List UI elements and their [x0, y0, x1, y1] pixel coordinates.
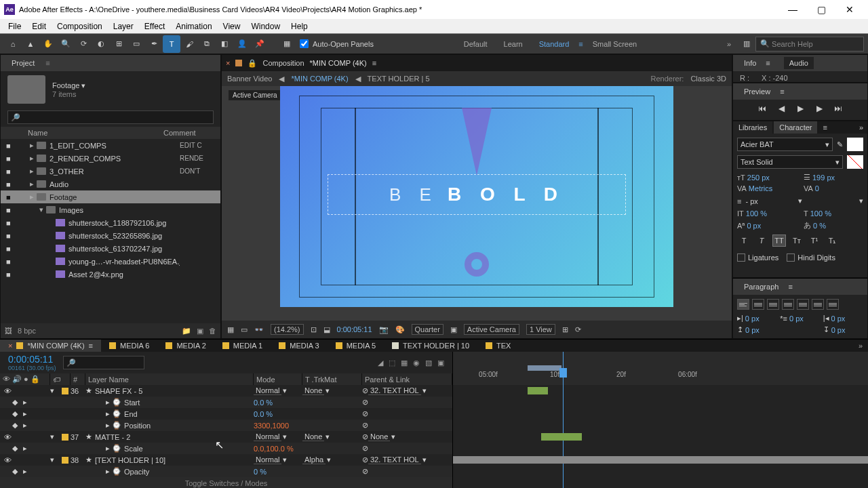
font-size-value[interactable]: 250 px: [747, 174, 770, 182]
bold-button[interactable]: T: [737, 235, 751, 247]
indent-first-value[interactable]: 0 px: [789, 314, 804, 323]
layer-bar[interactable]: [453, 456, 868, 464]
timeline-tab[interactable]: TEXT HOLDER | 10: [384, 340, 477, 352]
views-dropdown[interactable]: 1 View: [526, 324, 555, 335]
new-folder-icon[interactable]: 📁: [182, 327, 191, 336]
project-item[interactable]: ■Asset 2@4x.png: [1, 268, 220, 281]
mask-icon[interactable]: 👓: [254, 325, 264, 334]
kerning-value[interactable]: Metrics: [749, 184, 772, 192]
panel-menu-icon[interactable]: ≡: [818, 121, 831, 134]
rect-tool[interactable]: ▭: [127, 35, 145, 53]
align-left-button[interactable]: [737, 299, 749, 310]
workspace-default[interactable]: Default: [457, 40, 494, 48]
shy-icon[interactable]: ◢: [378, 359, 383, 367]
justify-all-button[interactable]: [827, 299, 839, 310]
camera-dropdown[interactable]: Active Camera: [464, 324, 519, 335]
prev-frame-button[interactable]: ◀: [775, 104, 787, 113]
workspace-small-screen[interactable]: Small Screen: [586, 40, 644, 48]
zoom-dropdown[interactable]: (14.2%): [271, 324, 304, 335]
project-item[interactable]: ■▸3_OTHERDON'T: [1, 165, 220, 178]
clone-tool[interactable]: ⧉: [198, 35, 216, 53]
col-name[interactable]: Name: [28, 129, 163, 137]
font-style-dropdown[interactable]: Text Solid▾: [737, 155, 843, 169]
property-row[interactable]: ◆▸▸ ⌚ End0.0 %⊘: [0, 408, 452, 420]
timeline-tab[interactable]: × *MIN COMP (4K) ≡: [0, 340, 101, 352]
panel-menu-icon[interactable]: ≡: [45, 59, 50, 67]
indent-left-value[interactable]: 0 px: [745, 314, 760, 323]
timeline-tab[interactable]: MEDIA 6: [101, 340, 157, 352]
align-center-button[interactable]: [752, 299, 764, 310]
timeline-tab[interactable]: MEDIA 1: [214, 340, 271, 352]
col-comment[interactable]: Comment: [163, 129, 211, 137]
timeline-search-input[interactable]: 🔎: [63, 356, 144, 369]
toggle-switches-button[interactable]: Toggle Switches / Modes: [185, 479, 268, 487]
stroke-width-value[interactable]: - px: [745, 197, 794, 205]
play-button[interactable]: ▶: [794, 104, 806, 113]
puppet-tool[interactable]: 📌: [251, 35, 269, 53]
pen-tool[interactable]: ✒: [145, 35, 163, 53]
menu-layer[interactable]: Layer: [108, 19, 139, 33]
bpc-toggle[interactable]: 8 bpc: [18, 327, 36, 335]
expand-icon[interactable]: »: [855, 121, 867, 134]
col-parent[interactable]: Parent & Link: [362, 373, 452, 385]
menu-composition[interactable]: Composition: [52, 19, 108, 33]
justify-last-right-button[interactable]: [812, 299, 824, 310]
channel-icon[interactable]: ▭: [241, 325, 248, 334]
resolution-icon[interactable]: ⊡: [311, 325, 317, 334]
search-help-input[interactable]: 🔍 Search Help: [755, 37, 864, 52]
project-item[interactable]: ■shutterstock_613702247.jpg: [1, 242, 220, 255]
grid-icon[interactable]: ⊞: [562, 325, 568, 334]
panel-toggle-icon[interactable]: ▦: [278, 35, 296, 53]
menu-view[interactable]: View: [218, 19, 246, 33]
roi-icon[interactable]: ⬓: [323, 325, 330, 334]
space-after-value[interactable]: 0 px: [831, 326, 846, 334]
paragraph-tab[interactable]: Paragraph: [738, 281, 784, 293]
col-mode[interactable]: Mode: [254, 373, 302, 385]
renderer-dropdown[interactable]: Classic 3D: [690, 75, 726, 83]
timeline-tab[interactable]: MEDIA 2: [157, 340, 214, 352]
smallcaps-button[interactable]: Tт: [790, 235, 804, 247]
auto-open-checkbox[interactable]: [300, 39, 309, 48]
eraser-tool[interactable]: ◧: [216, 35, 233, 53]
panel-menu-icon[interactable]: ≡: [780, 87, 784, 96]
snapshot-icon[interactable]: 📷: [379, 325, 389, 334]
project-item[interactable]: ■▸Audio: [1, 178, 220, 190]
subscript-button[interactable]: T₁: [825, 235, 839, 247]
menu-help[interactable]: Help: [285, 19, 313, 33]
vscale-value[interactable]: 100 %: [746, 209, 767, 218]
project-item[interactable]: ■shutterstock_1188792106.jpg: [1, 216, 220, 229]
home-tool[interactable]: ⌂: [4, 35, 22, 53]
orbit-tool[interactable]: ⟳: [75, 35, 92, 53]
hand-tool[interactable]: ✋: [39, 35, 57, 53]
3d-icon[interactable]: ⬚: [389, 359, 395, 367]
project-item[interactable]: ■▾Images: [1, 203, 220, 216]
project-item[interactable]: ■▸2_RENDER_COMPSRENDE: [1, 152, 220, 165]
project-search-input[interactable]: 🔎: [7, 110, 214, 124]
selection-tool[interactable]: ▲: [22, 35, 39, 53]
render-icon[interactable]: ⟳: [575, 325, 581, 334]
property-row[interactable]: ◆▸▸ ⌚ Start0.0 %⊘: [0, 396, 452, 408]
trash-icon[interactable]: 🗑: [209, 327, 216, 335]
layer-bar[interactable]: [528, 387, 548, 394]
new-comp-icon[interactable]: ▣: [197, 327, 203, 336]
breadcrumb-current[interactable]: *MIN COMP (4K): [291, 75, 348, 83]
fill-color-swatch[interactable]: [847, 138, 863, 151]
composition-canvas[interactable]: B E B O L D: [280, 86, 673, 307]
ligatures-checkbox[interactable]: [737, 253, 745, 262]
last-frame-button[interactable]: ⏭: [832, 104, 844, 113]
layer-row[interactable]: 👁▾36★SHAPE FX - 5Normal▾None▾⊘ 32. TEXT …: [0, 385, 452, 396]
project-item[interactable]: ■shutterstock_523265896.jpg: [1, 229, 220, 242]
justify-last-left-button[interactable]: [782, 299, 794, 310]
next-frame-button[interactable]: ▶: [813, 104, 825, 113]
interpret-icon[interactable]: 🖼: [5, 327, 12, 335]
menu-edit[interactable]: Edit: [26, 19, 52, 33]
anchor-tool[interactable]: ⊞: [110, 35, 127, 53]
menu-effect[interactable]: Effect: [139, 19, 170, 33]
first-frame-button[interactable]: ⏮: [756, 104, 768, 113]
panel-menu-icon[interactable]: ≡: [372, 59, 376, 67]
workspace-standard[interactable]: Standard: [532, 40, 576, 48]
space-before-value[interactable]: 0 px: [745, 326, 760, 334]
roto-tool[interactable]: 👤: [233, 35, 251, 53]
baseline-value[interactable]: 0 px: [747, 222, 761, 230]
lock-icon[interactable]: 🔒: [248, 59, 257, 68]
